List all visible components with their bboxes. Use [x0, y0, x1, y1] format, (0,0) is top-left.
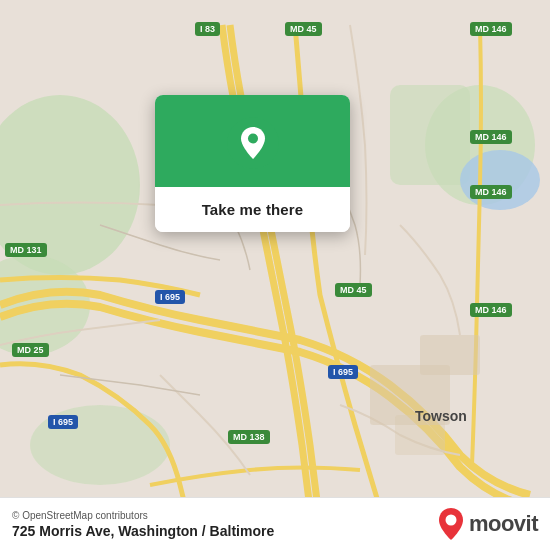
popup-green-area — [155, 95, 350, 187]
road-label-i695-mid: I 695 — [328, 365, 358, 379]
road-label-md146-mid2: MD 146 — [470, 185, 512, 199]
bottom-bar: © OpenStreetMap contributors 725 Morris … — [0, 497, 550, 550]
moovit-pin-icon — [437, 508, 465, 540]
location-pin-icon — [227, 117, 279, 169]
svg-rect-8 — [420, 335, 480, 375]
moovit-logo: moovit — [437, 508, 538, 540]
address-text: 725 Morris Ave, Washington / Baltimore — [12, 523, 274, 539]
road-label-md146-top: MD 146 — [470, 22, 512, 36]
map-svg — [0, 0, 550, 550]
road-label-i695-left: I 695 — [155, 290, 185, 304]
road-label-md45-mid: MD 45 — [335, 283, 372, 297]
map-container: I 83 MD 45 MD 146 I 83 MD 146 MD 146 MD … — [0, 0, 550, 550]
bottom-left-info: © OpenStreetMap contributors 725 Morris … — [12, 510, 274, 539]
road-label-i695-bottom: I 695 — [48, 415, 78, 429]
take-me-there-button[interactable]: Take me there — [155, 187, 350, 232]
road-label-md138: MD 138 — [228, 430, 270, 444]
svg-point-6 — [460, 150, 540, 210]
svg-point-11 — [248, 134, 258, 144]
towson-label: Towson — [415, 408, 467, 424]
svg-point-12 — [445, 515, 456, 526]
road-label-md25: MD 25 — [12, 343, 49, 357]
moovit-wordmark: moovit — [469, 511, 538, 537]
popup-card: Take me there — [155, 95, 350, 232]
road-label-md146-low: MD 146 — [470, 303, 512, 317]
svg-rect-4 — [390, 85, 470, 185]
road-label-md45-top: MD 45 — [285, 22, 322, 36]
road-label-md131: MD 131 — [5, 243, 47, 257]
osm-attribution: © OpenStreetMap contributors — [12, 510, 274, 521]
road-label-i83-top: I 83 — [195, 22, 220, 36]
road-label-md146-mid: MD 146 — [470, 130, 512, 144]
